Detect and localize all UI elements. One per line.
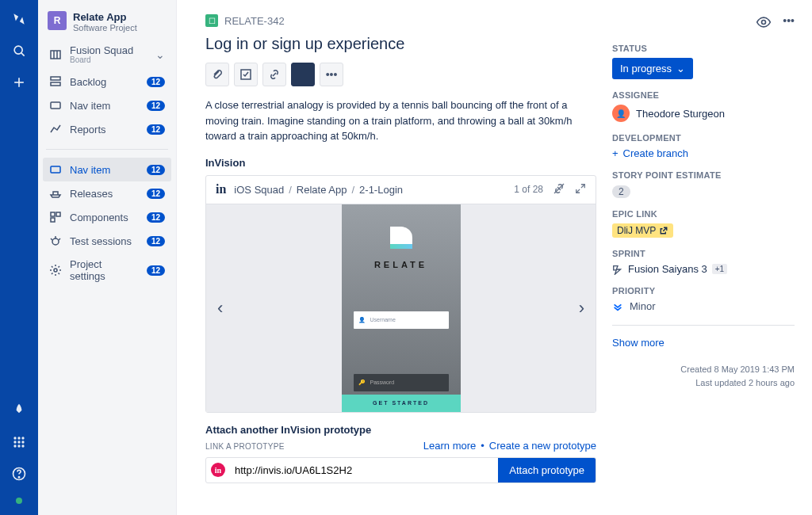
expand-icon[interactable] bbox=[575, 183, 586, 196]
gear-icon bbox=[49, 264, 62, 277]
svg-rect-19 bbox=[51, 82, 60, 86]
svg-point-14 bbox=[18, 477, 19, 478]
svg-rect-15 bbox=[51, 51, 60, 59]
sidebar-item-settings[interactable]: Project settings 12 bbox=[43, 253, 171, 288]
count-badge: 12 bbox=[147, 212, 165, 223]
svg-point-5 bbox=[17, 437, 20, 439]
prototype-url-input[interactable] bbox=[230, 458, 498, 483]
sidebar-item-nav2[interactable]: Nav item 12 bbox=[43, 158, 171, 181]
svg-point-8 bbox=[17, 441, 20, 443]
sidebar-item-tests[interactable]: Test sessions 12 bbox=[43, 229, 171, 253]
help-icon[interactable] bbox=[11, 466, 27, 482]
crumb[interactable]: Relate App bbox=[297, 184, 347, 196]
status-dropdown[interactable]: In progress⌄ bbox=[612, 58, 693, 79]
issue-description[interactable]: A close terrestrial analogy is provided … bbox=[205, 97, 596, 144]
invision-card: in iOS Squad/ Relate App/ 2-1-Login 1 of… bbox=[205, 175, 596, 413]
crumb[interactable]: iOS Squad bbox=[234, 184, 284, 196]
sidebar-item-label: Nav item bbox=[70, 100, 139, 112]
assignee-label: ASSIGNEE bbox=[612, 90, 795, 100]
story-type-icon: ☐ bbox=[205, 14, 218, 27]
count-badge: 12 bbox=[147, 189, 165, 199]
show-more-link[interactable]: Show more bbox=[612, 325, 795, 349]
created-timestamp: Created 8 May 2019 1:43 PM bbox=[612, 363, 795, 376]
rocket-icon[interactable] bbox=[11, 402, 27, 418]
create-branch-link[interactable]: +Create branch bbox=[612, 147, 795, 159]
attach-prototype-button[interactable]: Attach prototype bbox=[498, 458, 596, 483]
reports-icon bbox=[49, 123, 62, 135]
svg-line-28 bbox=[59, 238, 60, 240]
sidebar-item-label: Releases bbox=[70, 188, 139, 200]
epic-link[interactable]: DliJ MVP bbox=[612, 223, 673, 238]
updated-timestamp: Last updated 2 hours ago bbox=[612, 376, 795, 390]
app-switcher-icon[interactable] bbox=[11, 11, 27, 27]
svg-point-34 bbox=[762, 21, 766, 25]
count-badge: 12 bbox=[147, 236, 165, 246]
svg-rect-24 bbox=[51, 218, 55, 222]
issue-key[interactable]: RELATE-342 bbox=[224, 15, 285, 27]
sidebar-item-label: Project settings bbox=[70, 258, 139, 282]
bug-icon bbox=[49, 235, 62, 247]
component-icon bbox=[49, 211, 62, 223]
sidebar-item-releases[interactable]: Releases 12 bbox=[43, 181, 171, 205]
sidebar-item-nav[interactable]: Nav item 12 bbox=[43, 93, 171, 117]
assignee-name: Theodore Sturgeon bbox=[636, 108, 725, 120]
learn-more-link[interactable]: Learn more bbox=[423, 440, 476, 452]
issue-title[interactable]: Log in or sign up experience bbox=[205, 35, 596, 53]
create-prototype-link[interactable]: Create a new prototype bbox=[489, 440, 596, 452]
app-grid-icon[interactable] bbox=[11, 434, 27, 450]
svg-point-11 bbox=[17, 444, 20, 447]
url-input-row: in Attach prototype bbox=[205, 457, 596, 483]
svg-rect-21 bbox=[51, 166, 60, 173]
status-label: STATUS bbox=[612, 44, 795, 53]
next-arrow-icon[interactable]: › bbox=[579, 298, 584, 319]
sprint-field[interactable]: Fusion Saiyans 3 +1 bbox=[612, 263, 795, 275]
more-button[interactable]: ••• bbox=[320, 63, 343, 86]
priority-minor-icon bbox=[612, 301, 623, 312]
sidebar-item-label: Components bbox=[70, 212, 139, 223]
mockup-logo bbox=[390, 227, 412, 249]
sidebar-item-label: Reports bbox=[70, 124, 139, 135]
svg-point-0 bbox=[14, 46, 22, 54]
invision-badge-icon: in bbox=[206, 458, 230, 483]
sidebar-item-reports[interactable]: Reports 12 bbox=[43, 117, 171, 141]
assignee-field[interactable]: 👤 Theodore Sturgeon bbox=[612, 105, 795, 122]
svg-point-12 bbox=[21, 444, 24, 447]
svg-point-7 bbox=[13, 441, 16, 443]
invision-heading: InVision bbox=[205, 157, 596, 169]
search-icon[interactable] bbox=[11, 43, 27, 59]
mockup-brand: RELATE bbox=[374, 260, 427, 269]
sidebar-item-components[interactable]: Components 12 bbox=[43, 205, 171, 229]
project-header[interactable]: R Relate App Software Project bbox=[43, 11, 171, 39]
mockup-cta: GET STARTED bbox=[342, 395, 461, 412]
sidebar-item-backlog[interactable]: Backlog 12 bbox=[43, 70, 171, 93]
prev-arrow-icon[interactable]: ‹ bbox=[217, 298, 223, 319]
sidebar-item-sub: Board bbox=[70, 55, 147, 64]
sidebar-item-label: Fusion Squad bbox=[70, 44, 133, 56]
presence-dot bbox=[16, 498, 22, 504]
create-icon[interactable] bbox=[11, 74, 27, 90]
svg-rect-22 bbox=[51, 212, 55, 216]
svg-line-1 bbox=[21, 53, 25, 56]
sidebar-item-board[interactable]: Fusion SquadBoard ⌄ bbox=[43, 39, 171, 70]
sidebar-item-label: Nav item bbox=[70, 164, 139, 176]
priority-label: PRIORITY bbox=[612, 286, 795, 296]
app-button[interactable] bbox=[291, 63, 315, 86]
chevron-down-icon: ⌄ bbox=[155, 48, 165, 61]
invision-preview[interactable]: ‹ RELATE 👤Username 🔑Password GET STARTED… bbox=[206, 204, 596, 412]
watch-icon[interactable] bbox=[756, 14, 772, 32]
project-name: Relate App bbox=[73, 11, 137, 23]
more-actions-icon[interactable]: ••• bbox=[783, 14, 795, 32]
attach-button[interactable] bbox=[205, 63, 229, 86]
crumb[interactable]: 2-1-Login bbox=[359, 184, 403, 196]
frame-counter: 1 of 28 bbox=[514, 184, 543, 195]
link-button[interactable] bbox=[262, 63, 286, 86]
svg-rect-23 bbox=[56, 212, 60, 216]
development-label: DEVELOPMENT bbox=[612, 133, 795, 143]
priority-field[interactable]: Minor bbox=[612, 300, 795, 312]
invision-breadcrumbs[interactable]: iOS Squad/ Relate App/ 2-1-Login bbox=[234, 184, 403, 196]
subtask-button[interactable] bbox=[234, 63, 258, 86]
content-toolbar: ••• bbox=[205, 63, 596, 86]
storypoints-value[interactable]: 2 bbox=[612, 185, 630, 198]
svg-point-29 bbox=[54, 269, 57, 272]
unlink-icon[interactable] bbox=[553, 182, 565, 197]
